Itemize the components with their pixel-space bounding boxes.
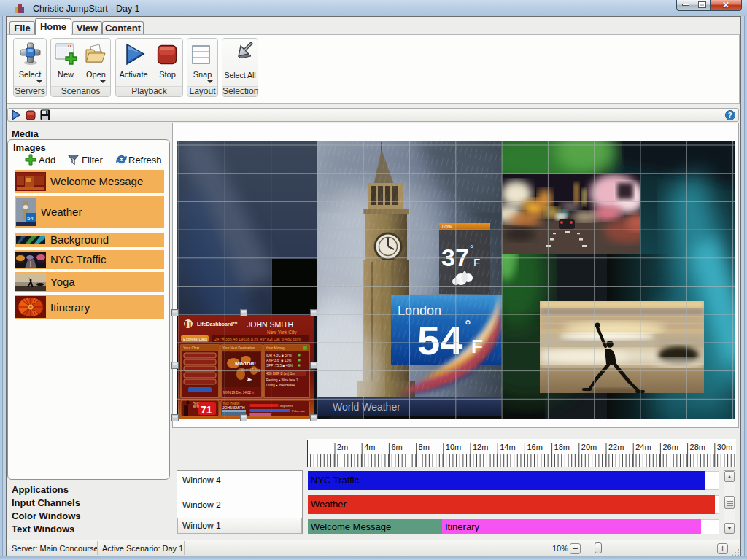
svg-text:54: 54 — [27, 215, 34, 222]
svg-text:4m: 4m — [364, 443, 375, 451]
svg-text:22m: 22m — [608, 443, 624, 451]
svg-text:MXN 19 Dec 14:02 h: MXN 19 Dec 14:02 h — [223, 391, 254, 394]
svg-text:28m: 28m — [690, 443, 705, 451]
svg-text:14m: 14m — [500, 443, 515, 451]
svg-text:16m: 16m — [527, 443, 542, 451]
svg-text:71: 71 — [201, 404, 212, 416]
svg-text:400 DEF B (vs) 1m: 400 DEF B (vs) 1m — [266, 372, 295, 376]
svg-text:New York City: New York City — [267, 330, 297, 335]
svg-text:Migraines: Migraines — [280, 404, 293, 408]
svg-text:6m: 6m — [391, 443, 402, 451]
svg-text:18m: 18m — [554, 443, 570, 451]
svg-text:LifeDashboard™: LifeDashboard™ — [197, 322, 238, 327]
svg-text:AXP 3.6" ■ 12%: AXP 3.6" ■ 12% — [266, 359, 292, 362]
svg-text:10m: 10m — [446, 443, 461, 451]
svg-text:Your Next Destination: Your Next Destination — [222, 346, 255, 350]
svg-text:World Weather: World Weather — [333, 401, 400, 413]
svg-text:BPM: BPM — [193, 405, 199, 408]
svg-text:JOHN SMITH: JOHN SMITH — [222, 405, 245, 410]
svg-text:247米335.48 19038 a.m. 49° 8: 247米335.48 19038 a.m. 49° 82t Cat 'o 482… — [214, 337, 301, 341]
svg-text:12m: 12m — [473, 443, 488, 451]
svg-text:Madrid!: Madrid! — [235, 360, 256, 367]
svg-text:Your Money: Your Money — [266, 346, 285, 350]
svg-text:IDR 4,3C ■ 57%: IDR 4,3C ■ 57% — [266, 354, 293, 357]
svg-text:30m: 30m — [717, 443, 732, 451]
svg-text:Madrid 7 Avg: Madrid 7 Avg — [241, 368, 260, 372]
svg-text:24m: 24m — [635, 443, 651, 451]
svg-text:?: ? — [728, 112, 732, 120]
svg-text:2m: 2m — [337, 443, 348, 451]
svg-text:JOHN SMITH: JOHN SMITH — [247, 320, 293, 329]
svg-text:26m: 26m — [662, 443, 678, 451]
svg-text:Express Data: Express Data — [183, 337, 208, 341]
svg-text:8m: 8m — [419, 443, 430, 451]
svg-text:20m: 20m — [581, 443, 597, 451]
svg-text:Living ● Intercalase: Living ● Intercalase — [266, 384, 295, 387]
svg-text:SFP .75.5 ■ 46%: SFP .75.5 ■ 46% — [266, 364, 293, 368]
svg-text:Pulse rate: Pulse rate — [292, 409, 306, 413]
svg-text:Your Chat: Your Chat — [183, 346, 200, 350]
